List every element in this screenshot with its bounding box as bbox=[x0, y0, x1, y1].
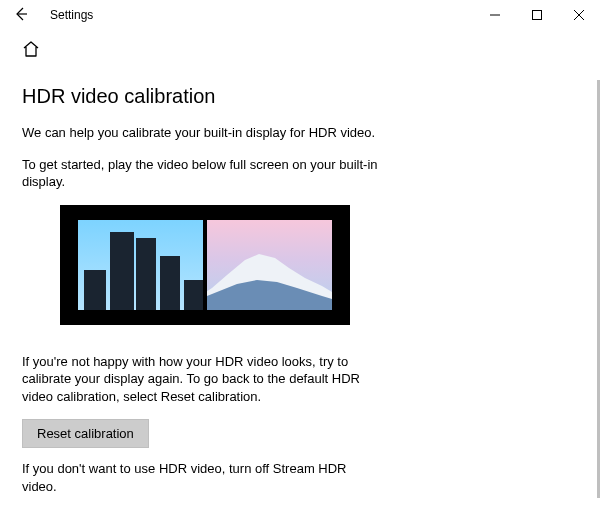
scrollbar[interactable] bbox=[596, 80, 600, 500]
maximize-button[interactable] bbox=[516, 0, 558, 30]
home-icon[interactable] bbox=[22, 40, 40, 61]
titlebar: Settings bbox=[0, 0, 600, 30]
minimize-button[interactable] bbox=[474, 0, 516, 30]
window-controls bbox=[474, 0, 600, 30]
turnoff-text: If you don't want to use HDR video, turn… bbox=[22, 460, 378, 495]
subheader bbox=[0, 30, 600, 67]
preview-pane-mountain bbox=[207, 220, 332, 310]
app-title: Settings bbox=[50, 8, 93, 22]
svg-rect-2 bbox=[533, 11, 542, 20]
instruction-text: To get started, play the video below ful… bbox=[22, 156, 378, 191]
calibration-video-preview[interactable] bbox=[60, 205, 350, 325]
titlebar-left: Settings bbox=[8, 5, 93, 26]
intro-text: We can help you calibrate your built-in … bbox=[22, 124, 378, 142]
close-button[interactable] bbox=[558, 0, 600, 30]
reset-calibration-button[interactable]: Reset calibration bbox=[22, 419, 149, 448]
back-button[interactable] bbox=[8, 5, 34, 26]
followup-text: If you're not happy with how your HDR vi… bbox=[22, 353, 378, 406]
page-title: HDR video calibration bbox=[22, 85, 378, 108]
main-content: HDR video calibration We can help you ca… bbox=[0, 67, 400, 509]
preview-pane-city bbox=[78, 220, 203, 310]
